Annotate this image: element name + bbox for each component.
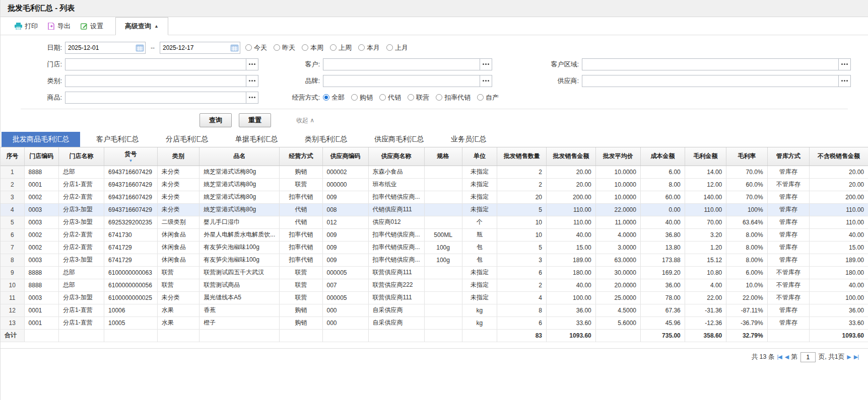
column-header-13[interactable]: 批发平均价: [595, 147, 640, 166]
table-row-11[interactable]: 110003分店3-加盟6100000000025未分类晨光缝线本A5联营000…: [1, 291, 868, 304]
table-row-13[interactable]: 130001分店1-直营10005水果橙子购销000自采供应商kg633.605…: [1, 316, 868, 329]
page-number-input[interactable]: [800, 352, 816, 362]
column-header-14[interactable]: 成本金额: [640, 147, 685, 166]
prev-page-icon[interactable]: ◀: [785, 354, 788, 360]
tab-5[interactable]: 供应商毛利汇总: [363, 132, 435, 147]
date-to-input[interactable]: [160, 44, 229, 51]
settings-button[interactable]: 设置: [76, 17, 108, 35]
collapse-toggle[interactable]: 收起 ∧: [296, 116, 314, 125]
column-header-18[interactable]: 不含税销售金额: [810, 147, 868, 166]
table-row-2[interactable]: 20001分店1-直营6943716607429未分类姚芝堂港式话梅80g联营0…: [1, 178, 868, 191]
first-page-icon[interactable]: |◀: [777, 354, 782, 360]
table-row-4[interactable]: 40003分店3-加盟6943716607429未分类姚芝堂港式话梅80g代销0…: [1, 203, 868, 216]
date-from-input[interactable]: [65, 44, 134, 51]
column-header-8[interactable]: 供应商名称: [368, 147, 424, 166]
column-header-11[interactable]: 批发销售数量: [497, 147, 547, 166]
export-icon: [48, 23, 55, 30]
column-header-4[interactable]: 类别: [157, 147, 199, 166]
tab-0[interactable]: 批发商品毛利汇总: [2, 132, 80, 147]
cell: 未指定: [462, 291, 497, 304]
customer-input[interactable]: [323, 58, 480, 70]
business-mode-option-5[interactable]: 自产: [477, 93, 499, 102]
business-mode-option-2[interactable]: 代销: [379, 93, 401, 102]
business-mode-option-0[interactable]: 全部: [323, 93, 345, 102]
category-picker-button[interactable]: [246, 75, 258, 87]
date-shortcut-option-4[interactable]: 本月: [358, 43, 380, 52]
column-header-7[interactable]: 供应商编码: [322, 147, 368, 166]
column-header-15[interactable]: 毛利金额: [685, 147, 726, 166]
customer-picker-button[interactable]: [480, 58, 492, 70]
last-page-icon[interactable]: ▶|: [854, 354, 858, 360]
brand-picker-button[interactable]: [480, 75, 492, 87]
export-button[interactable]: 导出: [43, 17, 76, 35]
reset-button[interactable]: 重置: [239, 113, 271, 127]
column-header-17[interactable]: 管库方式: [767, 147, 809, 166]
category-input[interactable]: [65, 75, 246, 87]
cell: 1.20: [685, 241, 726, 254]
cell: 000002: [322, 166, 368, 178]
supplier-picker-button[interactable]: [839, 75, 851, 87]
cell: 20.00: [547, 166, 596, 178]
calendar-icon[interactable]: [134, 42, 145, 53]
date-shortcut-option-1[interactable]: 昨天: [274, 43, 295, 52]
print-button[interactable]: 打印: [10, 17, 43, 35]
query-button[interactable]: 查询: [199, 113, 232, 127]
store-picker-button[interactable]: [246, 58, 258, 70]
column-header-2[interactable]: 门店名称: [59, 147, 104, 166]
customer-region-picker-button[interactable]: [839, 58, 851, 70]
date-shortcut-option-2[interactable]: 本周: [302, 43, 323, 52]
table-row-1[interactable]: 18888总部6943716607429未分类姚芝堂港式话梅80g购销00000…: [1, 166, 868, 178]
column-header-3[interactable]: 货号▼: [104, 147, 158, 166]
table-row-12[interactable]: 120001分店1-直营10006水果香蕉购销000自采供应商kg836.004…: [1, 304, 868, 316]
customer-region-input[interactable]: [582, 58, 839, 70]
table-row-3[interactable]: 30002分店2-直营6943716607429未分类姚芝堂港式话梅80g扣率代…: [1, 191, 868, 203]
date-shortcut-option-5[interactable]: 上月: [386, 43, 408, 52]
cell: 水果: [157, 304, 199, 316]
cell: [424, 291, 462, 304]
tab-3[interactable]: 单据毛利汇总: [224, 132, 289, 147]
store-input[interactable]: [65, 58, 246, 70]
tab-1[interactable]: 客户毛利汇总: [85, 132, 150, 147]
table-row-9[interactable]: 98888总部6100000000063联营联营测试四五千大武汉联营000005…: [1, 266, 868, 279]
supplier-input[interactable]: [582, 75, 839, 87]
column-header-16[interactable]: 毛利率: [726, 147, 767, 166]
cell: 总部: [59, 166, 104, 178]
table-row-10[interactable]: 108888总部6100000000056联营联营测试商品联营007联营供应商2…: [1, 279, 868, 291]
tab-2[interactable]: 分店毛利汇总: [155, 132, 219, 147]
calendar-icon[interactable]: [229, 42, 240, 53]
cell: 6741729: [104, 254, 158, 266]
date-shortcut-option-3[interactable]: 上周: [330, 43, 352, 52]
printer-icon: [15, 23, 22, 30]
table-row-5[interactable]: 50003分店3-加盟6925329200235二级类别婴儿手口湿巾代销012供…: [1, 216, 868, 228]
column-header-9[interactable]: 规格: [424, 147, 462, 166]
brand-input[interactable]: [323, 75, 480, 87]
cell: 不管库存: [767, 279, 809, 291]
cell: 管库存: [767, 316, 809, 329]
business-mode-option-3[interactable]: 联营: [408, 93, 429, 102]
advanced-query-button[interactable]: 高级查询 ▲: [115, 17, 168, 35]
tab-4[interactable]: 类别毛利汇总: [294, 132, 358, 147]
table-row-7[interactable]: 70002分店2-直营6741729休闲食品有友笋尖泡椒味100g扣率代销009…: [1, 241, 868, 254]
tab-6[interactable]: 业务员汇总: [440, 132, 497, 147]
column-header-10[interactable]: 单位: [462, 147, 497, 166]
business-mode-option-1[interactable]: 购销: [351, 93, 373, 102]
cell: 橙子: [199, 316, 280, 329]
cell: 0003: [24, 254, 58, 266]
table-row-8[interactable]: 80003分店3-加盟6741729休闲食品有友笋尖泡椒味100g扣率代销009…: [1, 254, 868, 266]
cell: 6741730: [104, 228, 158, 241]
cell: 33.60: [547, 316, 596, 329]
column-header-1[interactable]: 门店编码: [24, 147, 58, 166]
radio-icon: [351, 94, 358, 101]
cell: 10: [497, 228, 547, 241]
total-cell: [59, 329, 104, 342]
business-mode-option-4[interactable]: 扣率代销: [436, 93, 471, 102]
product-input[interactable]: [65, 92, 246, 104]
date-shortcut-option-0[interactable]: 今天: [245, 43, 267, 52]
column-header-5[interactable]: 品名: [199, 147, 280, 166]
next-page-icon[interactable]: ▶: [847, 354, 850, 360]
column-header-12[interactable]: 批发销售金额: [547, 147, 596, 166]
column-header-0[interactable]: 序号: [1, 147, 24, 166]
product-picker-button[interactable]: [246, 92, 258, 104]
column-header-6[interactable]: 经营方式: [280, 147, 322, 166]
table-row-6[interactable]: 60002分店2-直营6741730休闲食品外星人电解质水电解质饮...扣率代销…: [1, 228, 868, 241]
